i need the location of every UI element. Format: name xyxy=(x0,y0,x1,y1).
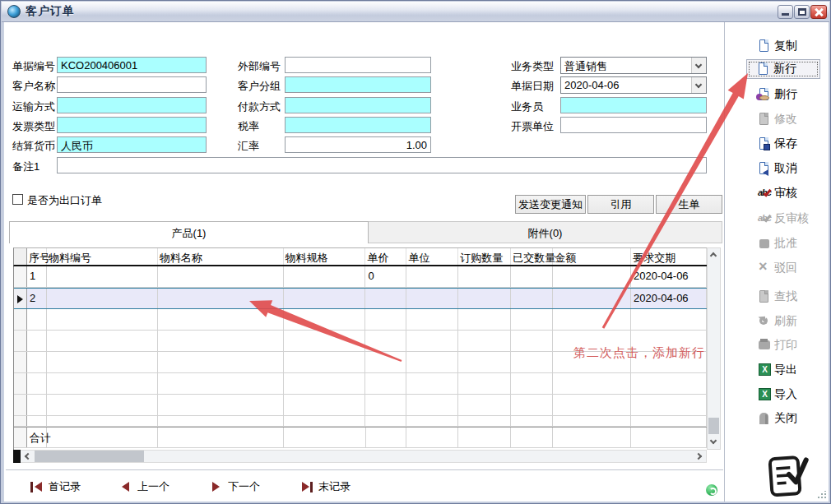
table-cell xyxy=(284,266,366,287)
generate-button[interactable]: 生单 xyxy=(656,195,722,214)
table-row[interactable] xyxy=(14,373,707,395)
transport-field[interactable] xyxy=(57,97,207,113)
row-selector-cell xyxy=(14,289,27,308)
table-row[interactable] xyxy=(14,395,707,416)
column-header[interactable]: 订购数量 xyxy=(458,248,511,265)
sidebar-button-refresh[interactable]: 刷新 xyxy=(743,312,829,331)
table-cell xyxy=(458,309,511,330)
remark-field[interactable] xyxy=(57,157,707,173)
scroll-right-icon[interactable] xyxy=(692,451,705,462)
table-row[interactable]: 22020-04-06 xyxy=(14,288,707,309)
customer-name-field[interactable] xyxy=(57,76,207,93)
tax-rate-field[interactable] xyxy=(285,117,431,133)
horizontal-scrollbar[interactable] xyxy=(13,450,707,463)
sidebar-button-reject[interactable]: × 驳回 xyxy=(743,259,829,277)
first-record-button[interactable]: 首记录 xyxy=(30,479,81,494)
hscroll-thumb[interactable] xyxy=(35,451,144,462)
scroll-left-icon[interactable] xyxy=(21,451,35,462)
column-header[interactable]: 已交数量 xyxy=(511,248,553,265)
tab-attachments[interactable]: 附件(0) xyxy=(369,221,722,243)
maximize-button[interactable] xyxy=(794,5,810,19)
table-cell xyxy=(47,373,158,394)
exchange-rate-field[interactable]: 1.00 xyxy=(285,136,431,153)
sidebar-button-delete-row[interactable]: 删行 xyxy=(743,86,829,104)
currency-field[interactable]: 人民币 xyxy=(57,136,207,153)
order-date-select[interactable]: 2020-04-06 xyxy=(560,76,707,94)
table-cell xyxy=(406,352,458,372)
column-header[interactable]: 物料规格 xyxy=(284,248,366,265)
vertical-scrollbar[interactable] xyxy=(707,247,721,450)
business-type-select[interactable]: 普通销售 xyxy=(560,57,707,74)
button-label: 保存 xyxy=(774,136,797,151)
delete-row-icon xyxy=(758,88,774,102)
next-record-button[interactable]: 下一个 xyxy=(210,479,260,494)
field-label: 客户名称 xyxy=(12,79,55,94)
column-header[interactable]: 单位 xyxy=(406,248,458,265)
scroll-down-icon[interactable] xyxy=(708,436,720,449)
sidebar-button-unaudit[interactable]: abc 反审核 xyxy=(743,210,829,228)
table-cell xyxy=(365,331,406,351)
column-header[interactable]: 金额 xyxy=(553,248,631,265)
table-row[interactable] xyxy=(14,309,707,331)
column-header[interactable]: 单价 xyxy=(365,248,406,265)
resize-grip[interactable] xyxy=(817,491,827,499)
table-cell xyxy=(158,352,284,372)
tab-products[interactable]: 产品(1) xyxy=(9,221,369,243)
table-cell xyxy=(158,416,284,426)
sidebar-button-export[interactable]: X 导出 xyxy=(743,361,829,379)
vscroll-thumb[interactable] xyxy=(708,418,719,434)
sidebar-button-approve[interactable]: 批准 xyxy=(743,234,829,252)
sidebar-button-import[interactable]: X 导入 xyxy=(743,386,829,404)
row-selector-cell xyxy=(14,266,27,287)
title-bar[interactable]: 客户订单 xyxy=(2,2,829,22)
sidebar-button-find[interactable]: 查找 xyxy=(743,288,829,306)
column-header[interactable]: 物料名称 xyxy=(158,248,284,265)
refresh-icon xyxy=(758,315,774,329)
sidebar-button-copy[interactable]: 复制 xyxy=(743,37,829,55)
column-header[interactable]: 物料编号 xyxy=(47,248,158,265)
unaudit-icon: abc xyxy=(758,212,774,226)
minimize-button[interactable] xyxy=(778,5,793,19)
quote-button[interactable]: 引用 xyxy=(587,195,654,214)
table-cell xyxy=(365,352,406,372)
row-selector-header[interactable] xyxy=(14,248,27,265)
sidebar-button-save[interactable]: 保存 xyxy=(743,135,829,153)
order-no-field[interactable]: KCO200406001 xyxy=(57,57,207,73)
external-no-field[interactable] xyxy=(285,57,431,73)
sidebar-button-print[interactable]: 打印 xyxy=(743,336,829,354)
field-label: 汇率 xyxy=(238,139,259,154)
print-icon xyxy=(758,339,774,353)
customer-group-field[interactable] xyxy=(285,76,431,93)
table-cell: 合计 xyxy=(27,428,47,447)
table-row[interactable] xyxy=(14,416,707,427)
button-label: 复制 xyxy=(774,39,797,53)
table-cell xyxy=(365,309,406,330)
chevron-down-icon[interactable] xyxy=(691,77,706,93)
column-header[interactable]: 序号 xyxy=(27,248,47,265)
last-record-button[interactable]: 末记录 xyxy=(300,479,351,494)
payment-method-field[interactable] xyxy=(285,97,431,113)
close-button[interactable] xyxy=(810,5,827,19)
send-change-notice-button[interactable]: 发送变更通知 xyxy=(515,195,586,214)
salesman-field[interactable] xyxy=(560,97,707,113)
table-cell xyxy=(365,289,406,308)
previous-record-button[interactable]: 上一个 xyxy=(119,479,169,494)
sidebar-button-modify[interactable]: 修改 xyxy=(743,110,829,128)
sidebar-button-close-form[interactable]: 关闭 xyxy=(743,409,829,428)
invoice-type-field[interactable] xyxy=(57,117,207,133)
sidebar-button-cancel[interactable]: 取消 xyxy=(743,160,829,178)
sidebar-button-new-row[interactable]: 新行 xyxy=(746,59,820,79)
column-header[interactable]: 要求交期 xyxy=(631,248,707,265)
scroll-up-icon[interactable] xyxy=(708,248,720,261)
chevron-down-icon[interactable] xyxy=(691,58,706,73)
table-row[interactable]: 102020-04-06 xyxy=(14,266,707,288)
field-label: 客户分组 xyxy=(238,79,281,94)
export-order-checkbox[interactable] xyxy=(12,194,23,205)
table-cell xyxy=(47,289,158,308)
billing-unit-field[interactable] xyxy=(560,117,707,133)
total-row[interactable]: 合计 xyxy=(14,427,707,448)
divider xyxy=(6,469,723,471)
sidebar-button-audit[interactable]: abc 审核 xyxy=(743,184,829,202)
table-cell xyxy=(406,373,458,394)
table-cell xyxy=(406,395,458,415)
